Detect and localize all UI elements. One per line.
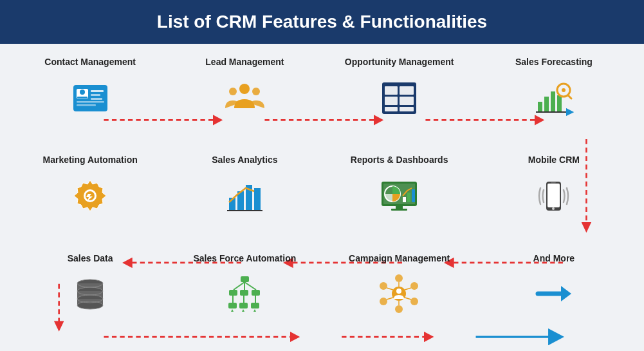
svg-line-95: [405, 288, 411, 290]
and-more-icon: [531, 271, 577, 318]
svg-rect-76: [252, 290, 260, 296]
features-grid: Contact Management: [13, 50, 631, 345]
campaign-management-icon: [376, 271, 423, 318]
svg-point-88: [395, 274, 403, 282]
sales-analytics-icon: [221, 173, 268, 219]
svg-marker-83: [231, 309, 234, 312]
svg-rect-82: [251, 303, 259, 308]
svg-rect-16: [91, 90, 104, 92]
svg-marker-85: [253, 309, 256, 312]
feature-sales-force-automation: Sales Force Automation: [167, 247, 322, 345]
svg-point-90: [410, 298, 418, 305]
svg-rect-80: [228, 303, 237, 308]
svg-rect-54: [391, 209, 407, 211]
svg-point-38: [562, 88, 566, 92]
svg-point-57: [552, 207, 555, 210]
feature-mobile-crm: Mobile CRM: [477, 148, 631, 246]
svg-line-73: [244, 282, 256, 290]
svg-rect-26: [400, 86, 414, 95]
svg-rect-30: [400, 107, 414, 111]
lead-management-icon: [221, 75, 268, 121]
svg-rect-19: [77, 101, 104, 103]
svg-line-98: [387, 298, 393, 299]
feature-sales-forecasting: Sales Forecasting: [477, 50, 631, 148]
svg-rect-53: [396, 206, 403, 209]
feature-and-more: And More: [477, 247, 631, 345]
svg-rect-33: [551, 91, 555, 112]
svg-point-23: [252, 88, 260, 95]
svg-line-39: [568, 95, 571, 99]
svg-rect-81: [239, 303, 248, 308]
marketing-automation-icon: [67, 173, 113, 219]
svg-line-99: [387, 288, 393, 290]
svg-point-87: [396, 289, 401, 294]
svg-rect-58: [551, 182, 556, 184]
content-area: Contact Management: [0, 44, 644, 351]
feature-sales-data: Sales Data: [13, 247, 167, 345]
svg-rect-15: [77, 97, 87, 99]
contact-management-icon: [67, 75, 113, 121]
svg-point-91: [395, 305, 403, 313]
svg-rect-18: [91, 98, 102, 100]
svg-marker-101: [561, 286, 571, 301]
svg-rect-28: [400, 97, 414, 105]
feature-marketing-automation: Marketing Automation: [13, 148, 167, 246]
svg-rect-52: [412, 189, 415, 202]
sales-force-automation-icon: [221, 271, 268, 318]
main-container: List of CRM Features & Functionalities: [0, 0, 644, 351]
svg-rect-75: [240, 290, 248, 296]
svg-rect-74: [229, 290, 237, 296]
svg-rect-20: [77, 104, 96, 106]
svg-rect-56: [547, 184, 560, 207]
opportunity-management-icon: [376, 75, 423, 121]
svg-rect-32: [544, 97, 549, 112]
svg-rect-17: [91, 94, 100, 96]
svg-point-93: [380, 282, 387, 290]
svg-rect-51: [407, 193, 410, 202]
svg-point-41: [86, 191, 95, 200]
svg-rect-70: [241, 276, 249, 282]
svg-point-89: [410, 282, 418, 290]
svg-marker-84: [242, 309, 244, 312]
feature-sales-analytics: Sales Analytics: [167, 148, 322, 246]
svg-rect-34: [557, 95, 562, 112]
svg-rect-45: [254, 188, 261, 211]
svg-point-21: [239, 84, 250, 94]
mobile-crm-icon: [531, 173, 577, 219]
svg-rect-29: [385, 107, 398, 111]
reports-dashboards-icon: [376, 173, 423, 219]
feature-lead-management: Lead Management: [167, 50, 322, 148]
feature-contact-management: Contact Management: [13, 50, 167, 148]
page-title: List of CRM Features & Functionalities: [0, 0, 644, 44]
svg-rect-27: [385, 97, 398, 105]
feature-campaign-management: Campaign Management: [322, 247, 477, 345]
feature-opportunity-management: Opportunity Management: [322, 50, 477, 148]
sales-forecasting-icon: [531, 75, 577, 121]
svg-line-71: [234, 282, 244, 290]
svg-point-14: [80, 90, 85, 95]
svg-rect-31: [538, 102, 542, 112]
svg-point-92: [380, 298, 387, 305]
feature-reports-dashboards: Reports & Dashboards: [322, 148, 477, 246]
svg-rect-25: [385, 86, 398, 95]
sales-data-icon: [67, 271, 113, 318]
svg-rect-50: [403, 197, 406, 202]
svg-point-22: [229, 88, 237, 95]
svg-line-96: [405, 298, 411, 299]
